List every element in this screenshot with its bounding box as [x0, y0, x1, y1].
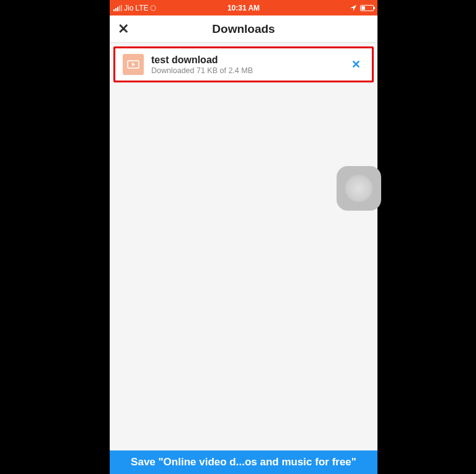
- signal-icon: [113, 5, 122, 11]
- status-right: [350, 5, 374, 11]
- page-title: Downloads: [212, 22, 275, 36]
- header: ✕ Downloads: [110, 15, 377, 43]
- network-label: LTE: [135, 4, 148, 12]
- carrier-label: Jio: [124, 4, 133, 12]
- bottom-banner[interactable]: Save "Online video d...os and music for …: [110, 450, 377, 474]
- status-bar: Jio LTE 10:31 AM: [110, 0, 377, 15]
- status-left: Jio LTE: [113, 4, 156, 12]
- svg-rect-3: [119, 6, 120, 11]
- close-button[interactable]: ✕: [110, 15, 137, 43]
- cancel-download-button[interactable]: ✕: [348, 54, 364, 75]
- download-item[interactable]: test download Downloaded 71 KB of 2.4 MB…: [113, 46, 374, 82]
- location-icon: [350, 5, 356, 11]
- content-area: test download Downloaded 71 KB of 2.4 MB…: [110, 43, 377, 450]
- bottom-banner-text: Save "Online video d...os and music for …: [131, 456, 356, 468]
- video-icon: [126, 58, 140, 71]
- assistive-touch[interactable]: [337, 166, 381, 211]
- phone-screen: Jio LTE 10:31 AM ✕ Downloads: [110, 0, 377, 474]
- loading-icon: [150, 5, 156, 11]
- download-text: test download Downloaded 71 KB of 2.4 MB: [151, 55, 340, 75]
- download-status: Downloaded 71 KB of 2.4 MB: [151, 66, 340, 75]
- assistive-touch-inner: [345, 175, 372, 202]
- svg-rect-1: [115, 8, 117, 11]
- status-time: 10:31 AM: [227, 4, 260, 12]
- download-thumbnail: [123, 54, 144, 75]
- download-title: test download: [151, 55, 340, 66]
- svg-rect-0: [113, 9, 115, 11]
- svg-rect-4: [121, 5, 122, 11]
- svg-rect-2: [117, 7, 118, 11]
- battery-icon: [360, 5, 374, 11]
- svg-point-5: [151, 6, 156, 11]
- battery-fill: [361, 6, 365, 10]
